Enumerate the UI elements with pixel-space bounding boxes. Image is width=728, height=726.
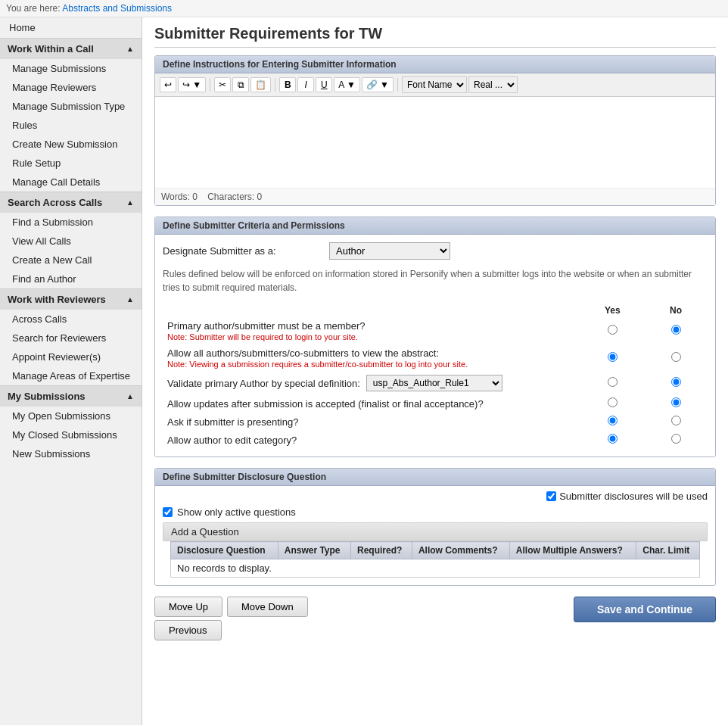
sidebar-item-create-new-call[interactable]: Create a New Call [0,251,142,270]
sidebar-item-create-new-submission[interactable]: Create New Submission [0,135,142,154]
row-no-cell [644,431,708,449]
radio-no[interactable] [671,434,681,444]
sidebar-group-work-with-reviewers-items: Across Calls Search for Reviewers Appoin… [0,310,142,385]
btn-row-top: Move Up Move Down [154,597,308,617]
sidebar-item-view-all-calls[interactable]: View All Calls [0,232,142,251]
disclosure-section: Define Submitter Disclosure Question Sub… [154,468,716,586]
rte-bold-button[interactable]: B [279,77,296,92]
radio-yes[interactable] [608,416,618,425]
sidebar-group-my-submissions[interactable]: My Submissions ▲ [0,385,142,407]
sidebar-item-rule-setup[interactable]: Rule Setup [0,154,142,173]
sidebar-item-manage-areas-expertise[interactable]: Manage Areas of Expertise [0,366,142,385]
radio-no[interactable] [671,377,681,387]
sidebar-item-rules[interactable]: Rules [0,116,142,135]
previous-button[interactable]: Previous [154,620,222,640]
row-note: Note: Submitter will be required to logi… [167,332,576,341]
rte-separator [210,78,210,92]
row-no-cell [644,413,708,431]
designate-select[interactable]: Author Co-Author Presenter Submitter [329,242,450,260]
sidebar-group-label: Search Across Calls [8,197,102,208]
row-label: Allow all authors/submitters/co-submitte… [163,344,580,372]
disclosures-used-checkbox[interactable] [546,491,556,501]
radio-no[interactable] [671,416,681,425]
rte-cut-button[interactable]: ✂ [214,77,231,92]
sidebar-item-across-calls[interactable]: Across Calls [0,310,142,329]
row-yes-cell [580,394,644,413]
row-label: Primary author/submitter must be a membe… [163,317,580,344]
move-up-button[interactable]: Move Up [154,597,222,617]
rte-content-area[interactable] [155,97,715,188]
main-content: Submitter Requirements for TW Define Ins… [142,17,728,725]
criteria-info-text: Rules defined below will be enforced on … [163,267,708,294]
row-no-cell [644,372,708,394]
sidebar-item-find-submission[interactable]: Find a Submission [0,213,142,232]
sidebar-item-search-for-reviewers[interactable]: Search for Reviewers [0,329,142,347]
rte-font-name-select[interactable]: Font Name [402,76,467,93]
sidebar-item-manage-call-details[interactable]: Manage Call Details [0,173,142,192]
sidebar-group-work-within-call[interactable]: Work Within a Call ▲ [0,38,142,59]
th-yes: Yes [580,304,644,317]
no-records-cell: No records to display. [171,559,700,578]
radio-no[interactable] [671,325,681,335]
radio-no[interactable] [671,352,681,362]
chevron-up-icon: ▲ [126,295,134,304]
sidebar-group-label: My Submissions [8,391,86,402]
rte-italic-button[interactable]: I [297,77,314,92]
sidebar-item-manage-reviewers[interactable]: Manage Reviewers [0,78,142,97]
sidebar-item-manage-submission-type[interactable]: Manage Submission Type [0,97,142,116]
radio-no[interactable] [671,397,681,407]
breadcrumb: You are here: Abstracts and Submissions [0,0,728,17]
sidebar-group-search-across-calls[interactable]: Search Across Calls ▲ [0,192,142,213]
chars-label: Characters: [207,192,254,202]
move-down-button[interactable]: Move Down [227,597,308,617]
row-label: Allow updates after submission is accept… [163,394,580,413]
validate-select[interactable]: usp_Abs_Author_Rule1 [366,375,502,391]
radio-yes[interactable] [608,377,618,387]
sidebar-group-work-within-call-items: Manage Submissions Manage Reviewers Mana… [0,59,142,192]
radio-yes[interactable] [608,325,618,335]
row-yes-cell [580,317,644,344]
designate-label: Designate Submitter as a: [163,245,329,257]
instructions-section-header: Define Instructions for Entering Submitt… [155,56,715,73]
criteria-radio-table: Yes No Primary author/submitter must be … [163,304,708,449]
breadcrumb-link[interactable]: Abstracts and Submissions [62,3,172,14]
add-question-bar[interactable]: Add a Question [163,522,708,541]
rte-paste-button[interactable]: 📋 [250,77,271,92]
sidebar-item-appoint-reviewers[interactable]: Appoint Reviewer(s) [0,347,142,366]
sidebar-item-my-closed-submissions[interactable]: My Closed Submissions [0,425,142,444]
show-active-row: Show only active questions [155,502,715,522]
row-label: Ask if submitter is presenting? [163,413,580,431]
rte-font-color-button[interactable]: A ▼ [334,77,360,92]
sidebar-item-home[interactable]: Home [0,17,142,38]
chevron-up-icon: ▲ [126,198,134,207]
instructions-section-body: ↩ ↪ ▼ ✂ ⧉ 📋 B I U A ▼ 🔗 ▼ Font Name [155,73,715,205]
th-required: Required? [350,542,412,559]
sidebar-item-manage-submissions[interactable]: Manage Submissions [0,59,142,78]
chars-count: 0 [257,192,263,202]
save-continue-button[interactable]: Save and Continue [574,597,716,622]
sidebar-item-new-submissions[interactable]: New Submissions [0,444,142,463]
sidebar-item-find-author[interactable]: Find an Author [0,270,142,288]
radio-yes[interactable] [608,352,618,362]
btn-group-left: Move Up Move Down Previous [154,597,308,640]
chevron-up-icon: ▲ [126,45,134,53]
th-answer-type: Answer Type [278,542,350,559]
row-yes-cell [580,413,644,431]
row-yes-cell [580,431,644,449]
th-empty [163,304,580,317]
rte-font-size-select[interactable]: Real ... [468,76,518,93]
validate-label: Validate primary Author by special defin… [167,378,360,389]
show-active-checkbox[interactable] [163,507,173,517]
rte-underline-button[interactable]: U [316,77,332,92]
radio-yes[interactable] [608,434,618,444]
rte-undo-button[interactable]: ↩ [160,77,176,92]
sidebar-group-work-with-reviewers[interactable]: Work with Reviewers ▲ [0,288,142,310]
table-row: Allow author to edit category? [163,431,708,449]
sidebar: Home Work Within a Call ▲ Manage Submiss… [0,17,142,725]
rte-link-button[interactable]: 🔗 ▼ [362,77,394,92]
rte-redo-button[interactable]: ↪ ▼ [178,77,206,92]
sidebar-item-my-open-submissions[interactable]: My Open Submissions [0,407,142,425]
rte-copy-button[interactable]: ⧉ [232,77,249,92]
radio-yes[interactable] [608,397,618,407]
sidebar-group-search-across-calls-items: Find a Submission View All Calls Create … [0,213,142,288]
